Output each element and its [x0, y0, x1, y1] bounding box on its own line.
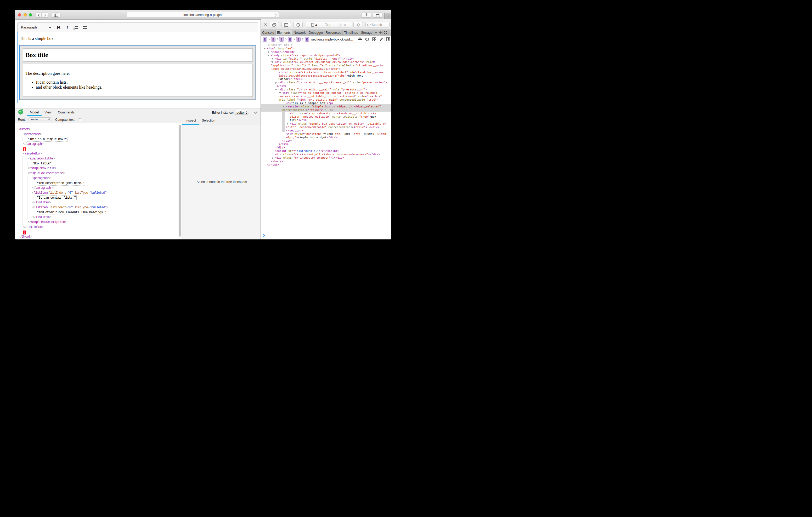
svg-text:2: 2 — [74, 28, 75, 30]
svg-text:1: 1 — [74, 26, 75, 27]
